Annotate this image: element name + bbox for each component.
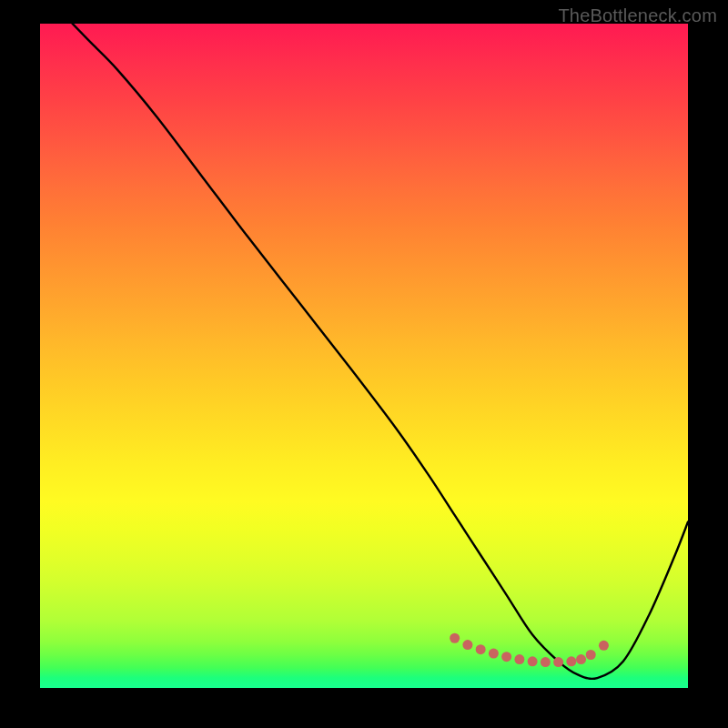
- highlight-dot: [599, 641, 609, 651]
- highlight-dot: [450, 633, 460, 643]
- highlight-dot: [528, 656, 538, 666]
- highlight-dot: [576, 654, 586, 664]
- highlight-dot: [476, 644, 486, 654]
- plot-area: [40, 24, 688, 688]
- highlight-dot: [566, 656, 576, 666]
- highlight-dot: [553, 657, 563, 667]
- highlight-dot: [489, 649, 499, 659]
- highlight-dot: [514, 654, 524, 664]
- highlight-dot: [501, 652, 511, 662]
- chart-svg: [40, 24, 688, 688]
- watermark-text: TheBottleneck.com: [558, 5, 717, 26]
- highlight-dot: [541, 657, 551, 667]
- highlight-dots: [450, 633, 609, 667]
- highlight-dot: [586, 650, 596, 660]
- highlight-dot: [462, 640, 472, 650]
- curve-line: [73, 24, 688, 679]
